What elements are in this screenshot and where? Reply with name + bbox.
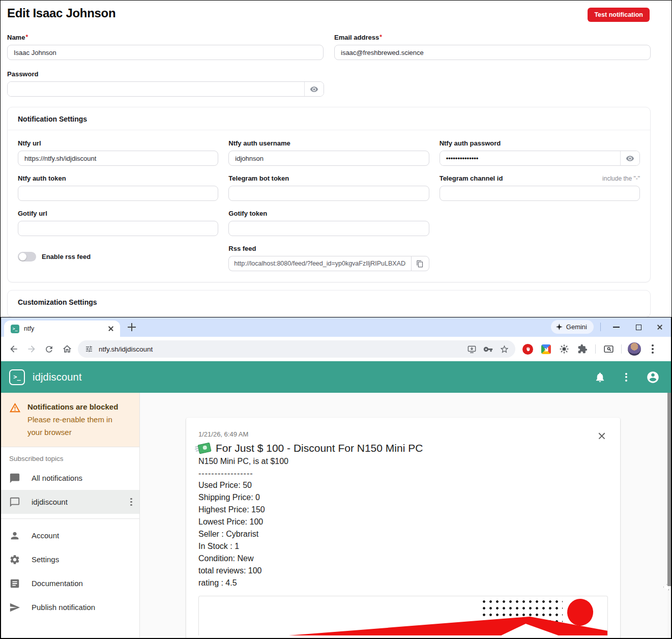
password-input[interactable]	[8, 82, 304, 96]
gotify-token-group: Gotify token	[228, 210, 429, 236]
red-circle-graphic	[566, 597, 595, 627]
rss-feed-label: Rss feed	[228, 245, 429, 252]
scrollbar-thumb[interactable]	[667, 393, 671, 586]
extensions-button[interactable]	[574, 341, 591, 357]
user-editor-panel: Edit Isaac Johnson Test notification Nam…	[1, 1, 671, 317]
telegram-channel-input[interactable]	[440, 186, 640, 201]
test-notification-button[interactable]: Test notification	[588, 8, 650, 22]
adblock-icon	[522, 344, 533, 355]
passwords-button[interactable]	[480, 341, 496, 357]
account-button[interactable]	[642, 367, 663, 387]
name-input[interactable]	[7, 45, 324, 60]
browser-tab-ntfy[interactable]: >_ ntfy	[4, 321, 120, 337]
copy-icon	[416, 260, 424, 268]
gemini-button[interactable]: Gemini	[551, 320, 594, 334]
email-input[interactable]	[334, 45, 651, 60]
gotify-url-input[interactable]	[18, 221, 218, 236]
notification-title: For Just $ 100 - Discount For N150 Mini …	[216, 442, 423, 454]
telegram-channel-hint: include the "-"	[602, 175, 640, 182]
notification-line: rating : 4.5	[198, 577, 608, 589]
ntfy-app-bar: >_ idjdiscount	[1, 361, 671, 393]
customization-settings-title: Customization Settings	[8, 291, 650, 313]
puzzle-icon	[577, 344, 588, 354]
notifications-bell-button[interactable]	[590, 367, 610, 387]
maximize-icon	[636, 325, 641, 330]
sidebar-item-label: Settings	[32, 555, 132, 564]
window-close-button[interactable]	[650, 317, 670, 337]
install-app-button[interactable]	[463, 341, 480, 357]
copy-rss-button[interactable]	[411, 256, 429, 271]
required-asterisk: *	[379, 34, 382, 41]
required-asterisk: *	[25, 34, 28, 41]
reload-button[interactable]	[40, 340, 58, 358]
tab-title: ntfy	[24, 325, 107, 332]
gemini-icon	[556, 324, 563, 330]
profile-avatar	[628, 342, 641, 356]
gotify-url-label: Gotify url	[18, 210, 218, 217]
sidebar-item-idjdiscount[interactable]: idjdiscount	[1, 490, 139, 514]
ntfy-token-input[interactable]	[18, 186, 218, 201]
telegram-bot-group: Telegram bot token	[228, 175, 429, 201]
notification-line: In Stock : 1	[198, 540, 608, 553]
kebab-menu-icon	[625, 373, 627, 382]
sidebar-item-all-notifications[interactable]: All notifications	[1, 466, 139, 490]
notification-attachment-image	[198, 596, 608, 635]
profile-button[interactable]	[626, 341, 642, 357]
bookmark-button[interactable]	[496, 341, 512, 357]
back-button[interactable]	[5, 340, 22, 358]
topic-title: idjdiscount	[33, 371, 82, 383]
sidebar-item-publish-notification[interactable]: Publish notification	[1, 595, 139, 619]
address-bar[interactable]: ntfy.sh/idjdiscount	[78, 340, 515, 358]
telegram-bot-input[interactable]	[228, 186, 429, 201]
window-maximize-button[interactable]	[628, 317, 649, 337]
back-icon	[9, 344, 19, 354]
topic-options-button[interactable]	[130, 498, 132, 506]
notification-close-icon[interactable]	[597, 431, 607, 441]
key-icon	[483, 344, 493, 354]
password-visibility-button[interactable]	[304, 82, 324, 96]
sidebar-item-account[interactable]: Account	[1, 524, 139, 547]
enable-rss-toggle[interactable]	[18, 252, 36, 262]
home-button[interactable]	[58, 340, 76, 358]
money-with-wings-emoji	[197, 443, 211, 454]
ntfy-url-group: Ntfy url	[18, 139, 218, 166]
ntfy-username-input[interactable]	[228, 151, 429, 166]
article-icon	[9, 578, 20, 589]
browser-toolbar: ntfy.sh/idjdiscount	[1, 337, 671, 361]
ntfy-token-group: Ntfy auth token	[18, 175, 218, 201]
name-field-group: Name*	[7, 34, 324, 60]
forward-icon	[26, 344, 37, 354]
theme-extension-button[interactable]	[556, 341, 572, 357]
tab-strip: >_ ntfy Gemini	[1, 317, 671, 337]
notification-line: Highest Price: 150	[198, 504, 608, 516]
notification-timestamp: 1/21/26, 6:49 AM	[198, 430, 608, 438]
side-search-button[interactable]	[600, 341, 617, 357]
forward-button[interactable]	[22, 340, 40, 358]
adblock-extension-button[interactable]	[519, 341, 536, 357]
screenshot-extension-button[interactable]	[538, 341, 554, 357]
extensions-area	[519, 341, 661, 357]
ntfy-password-input[interactable]	[440, 151, 620, 165]
gotify-token-input[interactable]	[228, 221, 429, 236]
rss-feed-input[interactable]	[228, 256, 411, 271]
eye-icon	[626, 154, 634, 163]
topic-menu-button[interactable]	[616, 367, 636, 387]
tab-close-icon[interactable]	[107, 325, 115, 333]
password-field-group: Password	[7, 70, 324, 97]
notification-settings-title: Notification Settings	[8, 107, 650, 130]
reload-icon	[44, 344, 54, 354]
ntfy-token-label: Ntfy auth token	[18, 175, 218, 182]
page-scrollbar[interactable]	[667, 393, 671, 638]
sidebar-item-documentation[interactable]: Documentation	[1, 571, 139, 595]
ntfy-password-visibility-button[interactable]	[620, 151, 639, 165]
ntfy-url-input[interactable]	[18, 151, 218, 166]
sidebar-item-settings[interactable]: Settings	[1, 547, 139, 571]
customization-settings-card: Customization Settings	[7, 290, 651, 317]
minimize-icon	[613, 327, 620, 328]
new-tab-button[interactable]	[127, 323, 136, 332]
site-settings-icon	[85, 345, 93, 353]
bell-icon	[594, 371, 606, 383]
window-minimize-button[interactable]	[606, 317, 626, 337]
notification-line: Condition: New	[198, 553, 608, 565]
browser-menu-button[interactable]	[645, 341, 661, 357]
